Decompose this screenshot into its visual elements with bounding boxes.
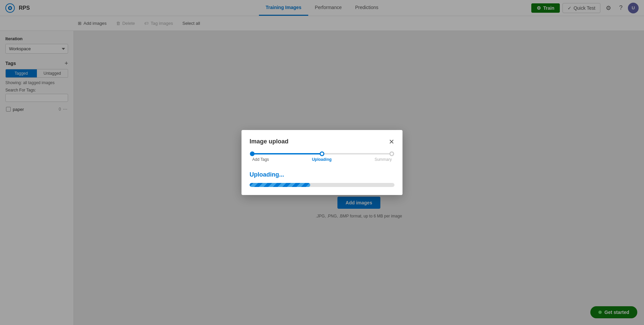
- upload-state: Uploading...: [250, 171, 394, 187]
- step-dot-start: [250, 151, 255, 156]
- modal-title: Image upload: [250, 138, 288, 145]
- step-label-uploading: Uploading: [312, 157, 332, 162]
- step-dot-end: [389, 151, 394, 156]
- step-label-add-tags: Add Tags: [252, 157, 269, 162]
- progress-bar-track: [250, 183, 394, 187]
- uploading-title: Uploading...: [250, 171, 394, 178]
- progress-bar-fill: [250, 183, 310, 187]
- image-upload-modal: Image upload ✕ Add Tags Uploading Summar…: [241, 130, 402, 195]
- modal-close-button[interactable]: ✕: [389, 138, 394, 145]
- step-label-summary: Summary: [375, 157, 392, 162]
- step-labels: Add Tags Uploading Summary: [250, 157, 394, 162]
- modal-header: Image upload ✕: [250, 138, 394, 145]
- step-track: [252, 153, 392, 154]
- steps-container: Add Tags Uploading Summary: [250, 153, 394, 162]
- step-track-fill: [252, 153, 322, 154]
- step-dot-middle: [320, 151, 324, 156]
